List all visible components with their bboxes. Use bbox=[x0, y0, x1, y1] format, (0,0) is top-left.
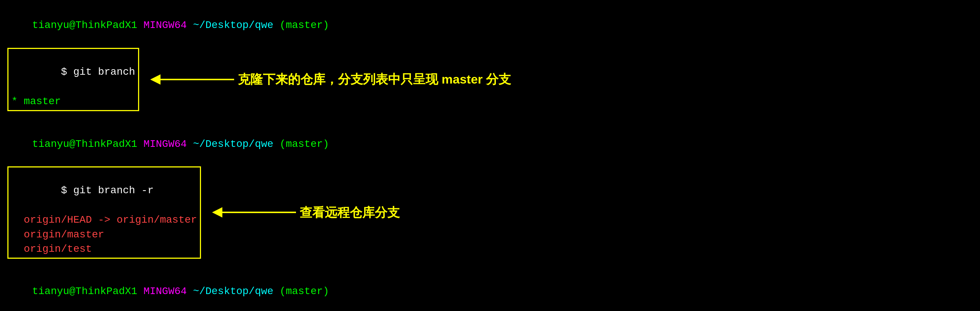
annotation-1: 克隆下来的仓库，分支列表中只呈现 master 分支 bbox=[150, 71, 511, 88]
user-host-2: tianyu@ThinkPadX1 bbox=[32, 138, 137, 150]
terminal-section-3: tianyu@ThinkPadX1 MINGW64 ~/Desktop/qwe … bbox=[7, 270, 973, 311]
prompt-line-1: tianyu@ThinkPadX1 MINGW64 ~/Desktop/qwe … bbox=[7, 4, 973, 47]
arrow-2 bbox=[212, 207, 296, 217]
branch-1: (master) bbox=[279, 19, 329, 31]
branch-2: (master) bbox=[279, 138, 329, 150]
command-2: git branch -r bbox=[73, 185, 154, 196]
output-2-1: origin/master bbox=[11, 227, 197, 242]
arrow-shaft-1 bbox=[161, 79, 234, 80]
mingw-1: MINGW64 bbox=[143, 19, 187, 31]
command-box-2: $ git branch -r origin/HEAD -> origin/ma… bbox=[7, 167, 201, 259]
user-host-1: tianyu@ThinkPadX1 bbox=[32, 19, 137, 31]
dollar-1: $ bbox=[61, 66, 73, 78]
path-3: ~/Desktop/qwe bbox=[193, 286, 273, 297]
annotation-text-2: 查看远程仓库分支 bbox=[300, 204, 400, 222]
output-2-0: origin/HEAD -> origin/master bbox=[11, 213, 197, 227]
terminal-section-2: tianyu@ThinkPadX1 MINGW64 ~/Desktop/qwe … bbox=[7, 122, 973, 259]
terminal-section-1: tianyu@ThinkPadX1 MINGW64 ~/Desktop/qwe … bbox=[7, 4, 973, 111]
annotation-2: 查看远程仓库分支 bbox=[212, 204, 400, 222]
dollar-2: $ bbox=[61, 185, 73, 196]
branch-3: (master) bbox=[279, 286, 329, 297]
command-box-1: $ git branch * master bbox=[7, 48, 139, 111]
prompt-line-3: tianyu@ThinkPadX1 MINGW64 ~/Desktop/qwe … bbox=[7, 270, 973, 311]
mingw-3: MINGW64 bbox=[143, 286, 187, 297]
path-2: ~/Desktop/qwe bbox=[193, 138, 273, 150]
mingw-2: MINGW64 bbox=[143, 138, 187, 150]
annotation-text-1: 克隆下来的仓库，分支列表中只呈现 master 分支 bbox=[238, 71, 511, 88]
command-1: git branch bbox=[73, 66, 135, 78]
arrow-head-1 bbox=[150, 75, 161, 85]
arrow-shaft-2 bbox=[222, 212, 296, 213]
output-1-0: * master bbox=[11, 94, 135, 109]
arrow-head-2 bbox=[212, 207, 222, 217]
arrow-1 bbox=[150, 75, 234, 85]
path-1: ~/Desktop/qwe bbox=[193, 19, 273, 31]
output-2-2: origin/test bbox=[11, 242, 197, 256]
prompt-line-2: tianyu@ThinkPadX1 MINGW64 ~/Desktop/qwe … bbox=[7, 122, 973, 166]
section2-command-row: $ git branch -r origin/HEAD -> origin/ma… bbox=[7, 167, 973, 259]
section1-command-row: $ git branch * master 克隆下来的仓库，分支列表中只呈现 m… bbox=[7, 48, 973, 111]
user-host-3: tianyu@ThinkPadX1 bbox=[32, 286, 137, 297]
